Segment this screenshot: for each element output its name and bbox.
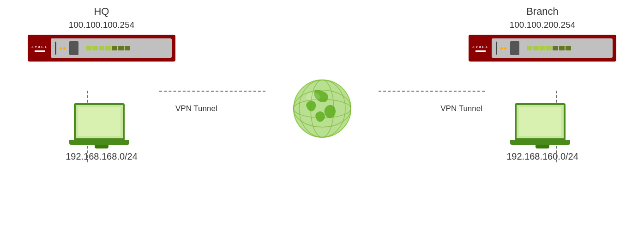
branch-ip: 100.100.200.254 [510, 19, 576, 31]
branch-laptop-stand [536, 145, 549, 148]
network-diagram: HQ 100.100.100.254 ZYXEL [0, 0, 644, 235]
fw-indicator [55, 42, 56, 55]
svg-point-5 [306, 93, 320, 102]
branch-laptop [515, 103, 570, 148]
hq-label: HQ 100.100.100.254 [69, 5, 135, 31]
port-4 [105, 46, 111, 50]
rport-5 [553, 46, 558, 50]
hq-laptop-base [69, 140, 129, 145]
hq-ip: 100.100.100.254 [69, 19, 135, 31]
branch-title: Branch [510, 5, 576, 19]
vpn-tunnel-label-left: VPN Tunnel [175, 104, 217, 113]
port-7 [125, 46, 130, 50]
rport-6 [559, 46, 565, 50]
fw-bar-indicator-r [510, 41, 519, 55]
rled-2 [504, 47, 506, 49]
branch-laptop-screen-inner [519, 107, 561, 136]
hq-subnet: 192.168.168.0/24 [66, 151, 138, 162]
branch-subnet: 192.168.160.0/24 [506, 151, 578, 162]
branch-brand: ZYXEL [472, 45, 489, 52]
branch-firewall: ZYXEL [469, 35, 616, 62]
port-3 [99, 46, 104, 50]
hq-laptop [74, 103, 129, 148]
port-5 [112, 46, 117, 50]
fw-leds-r [500, 47, 506, 49]
hq-title: HQ [69, 5, 135, 19]
port-2 [92, 46, 98, 50]
fw-ports [86, 46, 130, 50]
svg-point-0 [294, 80, 351, 137]
fw-bar-indicator [69, 41, 78, 55]
fw-leds [60, 47, 66, 49]
hq-section: HQ 100.100.100.254 ZYXEL [14, 0, 189, 235]
branch-laptop-container: 192.168.160.0/24 [506, 103, 578, 162]
hq-laptop-stand [95, 145, 108, 148]
globe-icon [290, 76, 355, 141]
rport-7 [566, 46, 571, 50]
hq-firewall: ZYXEL [28, 35, 175, 62]
port-6 [118, 46, 124, 50]
hq-laptop-screen [74, 103, 125, 140]
branch-laptop-base [510, 140, 570, 145]
branch-label: Branch 100.100.200.254 [510, 5, 576, 31]
branch-section: Branch 100.100.200.254 ZYXEL [455, 0, 630, 235]
rled-1 [500, 47, 503, 49]
center-section [290, 76, 355, 143]
rport-2 [533, 46, 539, 50]
port-1 [86, 46, 91, 50]
hq-laptop-container: 192.168.168.0/24 [66, 103, 138, 162]
rport-3 [540, 46, 545, 50]
rport-1 [527, 46, 532, 50]
hq-brand: ZYXEL [31, 45, 48, 52]
led-1 [60, 47, 62, 49]
brand-bar [35, 50, 45, 52]
fw-ports-r [527, 46, 571, 50]
hq-firewall-body [51, 38, 172, 58]
hq-laptop-screen-inner [78, 107, 120, 136]
led-2 [63, 47, 66, 49]
brand-bar-right [475, 50, 486, 52]
branch-laptop-screen [515, 103, 566, 140]
rport-4 [546, 46, 552, 50]
branch-firewall-body [492, 38, 613, 58]
fw-indicator-r [496, 42, 497, 55]
